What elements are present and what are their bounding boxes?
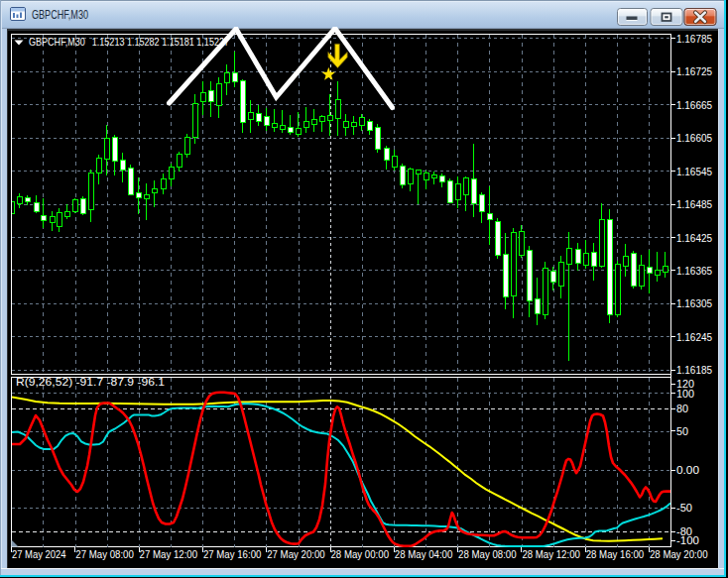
svg-text:28 May 16:00: 28 May 16:00 (586, 548, 645, 560)
svg-text:1.16545: 1.16545 (676, 166, 712, 177)
svg-text:R(9,26,52) -91.7 -87.9 -96.1: R(9,26,52) -91.7 -87.9 -96.1 (16, 376, 165, 388)
svg-text:28 May 08:00: 28 May 08:00 (458, 548, 516, 560)
svg-text:1.16665: 1.16665 (676, 99, 712, 111)
svg-text:27 May 2024: 27 May 2024 (12, 548, 66, 560)
svg-text:GBPCHF,M30: GBPCHF,M30 (32, 8, 88, 22)
svg-text:1.16245: 1.16245 (676, 331, 712, 343)
svg-text:28 May 20:00: 28 May 20:00 (650, 548, 708, 560)
svg-text:80: 80 (676, 403, 688, 414)
svg-text:50: 50 (676, 425, 688, 437)
svg-text:28 May 04:00: 28 May 04:00 (395, 548, 453, 560)
svg-text:GBPCHF,M30 1.15213 1.15282 1.: GBPCHF,M30 1.15213 1.15282 1.15181 1.152… (29, 36, 229, 48)
svg-text:1.16485: 1.16485 (676, 198, 712, 210)
svg-text:0.00: 0.00 (676, 464, 699, 476)
svg-text:1.16785: 1.16785 (676, 33, 712, 45)
svg-text:28 May 12:00: 28 May 12:00 (522, 548, 580, 560)
svg-text:1.16365: 1.16365 (676, 265, 712, 277)
svg-text:-50: -50 (676, 502, 692, 514)
svg-text:1.16185: 1.16185 (676, 364, 712, 376)
svg-text:27 May 16:00: 27 May 16:00 (203, 548, 262, 560)
svg-text:27 May 20:00: 27 May 20:00 (267, 548, 325, 560)
svg-text:1.16425: 1.16425 (676, 232, 712, 244)
svg-text:27 May 12:00: 27 May 12:00 (140, 548, 198, 560)
svg-text:28 May 00:00: 28 May 00:00 (331, 548, 390, 560)
svg-text:1.16605: 1.16605 (676, 132, 712, 144)
svg-text:-100: -100 (676, 534, 699, 546)
svg-text:100: 100 (676, 388, 694, 400)
svg-text:1.16305: 1.16305 (676, 297, 712, 309)
svg-text:27 May 08:00: 27 May 08:00 (75, 548, 134, 560)
svg-text:1.16725: 1.16725 (676, 65, 712, 77)
